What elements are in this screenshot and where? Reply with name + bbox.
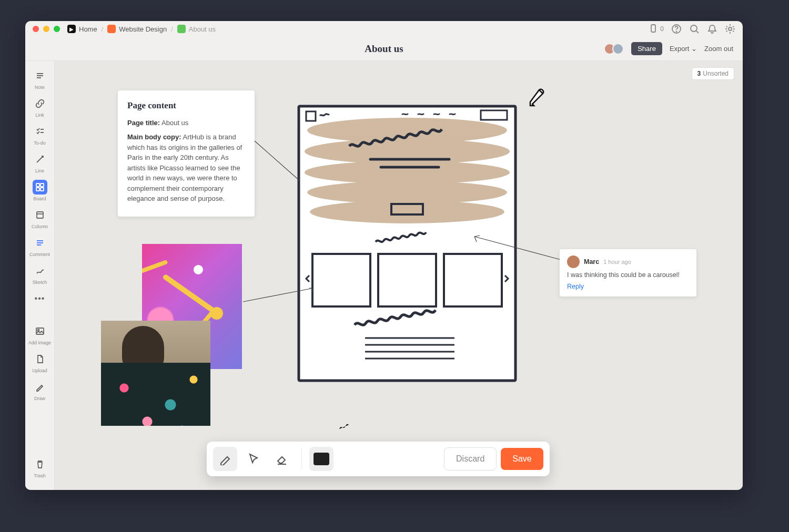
tool-column[interactable]: Column <box>27 206 53 231</box>
main-body-label: Main body copy: <box>127 133 181 141</box>
connector-arrow <box>242 287 316 303</box>
discard-button[interactable]: Discard <box>444 447 497 470</box>
tool-label: Note <box>35 85 45 90</box>
tool-comment[interactable]: Comment <box>27 233 53 259</box>
comment-body: I was thinking this could be a carousel! <box>567 271 689 279</box>
tool-draw[interactable]: Draw <box>27 377 53 403</box>
breadcrumb-level1-label: Website Design <box>119 25 167 33</box>
tool-note[interactable]: Note <box>27 66 53 92</box>
column-icon <box>33 208 47 222</box>
export-dropdown[interactable]: Export ⌄ <box>670 45 697 53</box>
page-title-label: Page title: <box>127 119 160 127</box>
maximize-window-icon[interactable] <box>54 26 60 32</box>
breadcrumb-separator: / <box>102 25 104 33</box>
tool-label: Sketch <box>33 280 47 285</box>
minimize-window-icon[interactable] <box>43 26 49 32</box>
share-button[interactable]: Share <box>631 42 662 55</box>
bell-icon[interactable] <box>707 24 717 34</box>
folder-icon <box>107 25 116 33</box>
breadcrumb-level2[interactable]: About us <box>177 25 216 33</box>
save-button[interactable]: Save <box>501 448 543 470</box>
presence-avatars[interactable] <box>607 43 624 55</box>
comment-card[interactable]: Marc 1 hour ago I was thinking this coul… <box>560 249 696 296</box>
device-count-value: 0 <box>660 25 664 33</box>
zoom-out-button[interactable]: Zoom out <box>704 45 733 53</box>
pencil-icon <box>219 453 231 465</box>
tool-label: To-do <box>34 140 46 146</box>
eraser-tool[interactable] <box>270 447 294 471</box>
close-window-icon[interactable] <box>33 26 39 32</box>
eraser-icon <box>276 453 288 465</box>
pencil-tool[interactable] <box>213 447 237 471</box>
tool-label: Line <box>35 168 44 173</box>
content-card-heading: Page content <box>127 99 245 112</box>
connector-arrow <box>472 234 562 261</box>
tool-label: Trash <box>34 473 46 478</box>
tool-line[interactable]: Line <box>27 150 53 176</box>
pointer-icon <box>247 453 260 465</box>
board-icon <box>33 180 47 195</box>
pencil-cursor-icon <box>528 87 549 108</box>
export-label: Export <box>670 45 690 53</box>
comment-timestamp: 1 hour ago <box>603 259 631 265</box>
tool-sketch[interactable]: Sketch <box>27 261 53 287</box>
window-controls <box>33 26 60 32</box>
todo-icon <box>33 124 47 139</box>
note-icon <box>33 68 47 83</box>
svg-rect-8 <box>41 188 44 191</box>
svg-rect-7 <box>36 188 39 191</box>
help-icon[interactable] <box>671 24 682 34</box>
page-header: About us Share Export ⌄ Zoom out <box>25 37 743 61</box>
svg-point-3 <box>691 25 697 32</box>
tool-label: Upload <box>32 368 47 373</box>
gear-icon[interactable] <box>725 24 735 34</box>
tool-board[interactable]: Board <box>27 178 53 203</box>
chevron-down-icon: ⌄ <box>691 45 697 53</box>
tool-todo[interactable]: To-do <box>27 122 53 148</box>
tool-more[interactable]: ••• <box>27 289 53 308</box>
comment-reply-button[interactable]: Reply <box>567 283 689 290</box>
stroke-style[interactable] <box>338 447 362 471</box>
svg-point-4 <box>729 27 732 30</box>
trash-icon <box>33 457 47 472</box>
breadcrumb-home-label: Home <box>79 25 97 33</box>
more-icon: ••• <box>33 291 47 306</box>
unsorted-pill[interactable]: 3Unsorted <box>692 67 734 80</box>
home-icon: ▶ <box>67 25 76 33</box>
page-title-value: About us <box>161 119 188 127</box>
color-picker[interactable] <box>309 447 333 471</box>
pointer-tool[interactable] <box>241 447 266 471</box>
tool-upload[interactable]: Upload <box>27 350 53 375</box>
tool-label: Board <box>33 196 46 201</box>
tool-link[interactable]: Link <box>27 94 53 120</box>
device-count[interactable]: 0 <box>648 24 664 34</box>
breadcrumb-level1[interactable]: Website Design <box>107 25 167 33</box>
draw-icon <box>33 380 47 394</box>
stroke-icon <box>338 420 362 490</box>
svg-rect-9 <box>37 212 43 218</box>
breadcrumb-home[interactable]: ▶ Home <box>67 25 97 33</box>
tool-add-image[interactable]: Add image <box>27 322 53 347</box>
device-icon <box>648 24 659 34</box>
sketch-icon <box>33 263 47 278</box>
main-body-value: ArtHub is a brand which has its origins … <box>127 133 242 202</box>
breadcrumb-separator: / <box>171 25 173 33</box>
upload-icon <box>33 352 47 366</box>
link-icon <box>33 96 47 111</box>
reference-image-person[interactable] <box>101 321 210 426</box>
tool-trash[interactable]: Trash <box>27 455 53 480</box>
draw-toolbar: Discard Save <box>207 442 550 476</box>
tool-label: Column <box>32 224 48 229</box>
comment-author: Marc <box>584 258 599 265</box>
tool-label: Comment <box>29 252 50 257</box>
tool-label: Add image <box>28 340 51 345</box>
toolbar-divider <box>301 449 302 469</box>
page-content-card[interactable]: Page content Page title: About us Main b… <box>118 90 255 217</box>
color-swatch <box>313 453 329 465</box>
canvas[interactable]: 3Unsorted Page content Page title: About… <box>55 61 743 490</box>
svg-rect-5 <box>36 183 39 187</box>
search-icon[interactable] <box>689 24 700 34</box>
avatar <box>612 43 624 55</box>
unsorted-count: 3 <box>697 70 701 77</box>
image-icon <box>33 324 47 339</box>
